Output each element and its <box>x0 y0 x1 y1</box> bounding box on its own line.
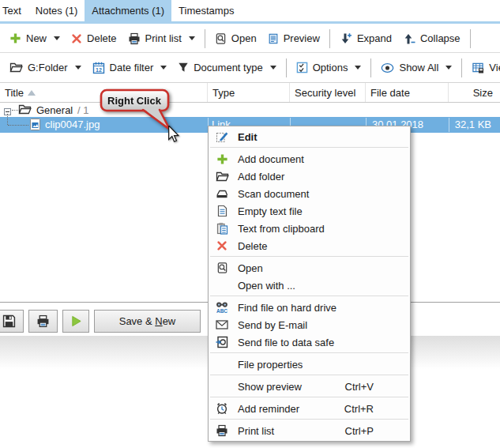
context-menu-item-send-by-e-mail[interactable]: Send by E-mail <box>209 316 410 333</box>
preview-button[interactable]: Preview <box>262 28 325 49</box>
toolbar-separator <box>205 29 205 48</box>
main-toolbar: NewDeletePrint listOpenPreviewExpandColl… <box>0 24 500 53</box>
printer-icon <box>128 32 141 45</box>
context-menu: EditAdd documentAdd folderScan documentE… <box>208 126 411 442</box>
dropdown-caret-icon[interactable] <box>54 36 60 40</box>
print-button[interactable] <box>28 310 58 333</box>
menu-separator <box>210 397 408 397</box>
open-button[interactable]: Open <box>209 28 262 49</box>
menu-item-label: Add document <box>238 153 304 165</box>
dropdown-caret-icon[interactable] <box>355 66 361 70</box>
button-label: Print list <box>145 32 182 44</box>
menu-separator <box>210 352 408 353</box>
new-button[interactable]: New <box>4 28 66 49</box>
view-button[interactable]: View <box>466 58 500 78</box>
column-header-label: Type <box>212 87 235 99</box>
context-menu-item-edit[interactable]: Edit <box>209 128 410 145</box>
dropdown-caret-icon[interactable] <box>189 36 195 40</box>
context-menu-item-show-preview[interactable]: Show previewCtrl+V <box>209 378 410 395</box>
context-menu-item-file-properties[interactable]: File properties <box>209 356 410 373</box>
mouse-cursor-icon <box>167 126 180 146</box>
menu-item-label: Show preview <box>238 381 302 393</box>
folder-open-icon <box>18 104 32 115</box>
document-type-button[interactable]: Document type <box>172 58 281 78</box>
image-file-icon <box>30 119 40 130</box>
alarm-clock-icon <box>212 402 231 415</box>
menu-separator <box>210 256 408 257</box>
context-menu-item-add-reminder[interactable]: Add reminderCtrl+R <box>209 400 410 417</box>
dropdown-caret-icon[interactable] <box>75 66 81 70</box>
dropdown-caret-icon[interactable] <box>160 66 167 70</box>
callout-text: Right Click <box>107 95 162 107</box>
delete-button[interactable]: Delete <box>66 28 122 49</box>
tab-text[interactable]: Text <box>0 0 28 21</box>
data-safe-icon <box>212 336 231 348</box>
calendar-icon: 12 <box>92 62 105 74</box>
tab-timestamps[interactable]: Timestamps <box>171 0 241 21</box>
column-header-size[interactable]: Size <box>449 83 500 102</box>
menu-item-label: Send by E-mail <box>238 319 307 331</box>
play-icon <box>70 315 82 327</box>
tab-label: Text <box>2 5 21 17</box>
toolbar-separator <box>329 29 330 48</box>
tab-notes-1[interactable]: Notes (1) <box>28 0 85 21</box>
binoculars-icon: ABC <box>212 301 231 314</box>
plus-icon <box>9 32 21 44</box>
save-and-new-label: Save & New <box>119 315 176 327</box>
context-menu-item-send-file-to-data-safe[interactable]: Send file to data safe <box>209 333 410 351</box>
dropdown-caret-icon[interactable] <box>445 66 452 70</box>
column-header-security-level[interactable]: Security level <box>290 83 366 102</box>
button-label: New <box>26 32 47 44</box>
dropdown-caret-icon[interactable] <box>270 66 276 70</box>
context-menu-item-open-with[interactable]: Open with ... <box>209 277 410 294</box>
context-menu-item-open[interactable]: Open <box>209 259 410 277</box>
context-menu-item-empty-text-file[interactable]: Empty text file <box>209 202 410 220</box>
plus-icon <box>212 153 231 165</box>
button-label: Document type <box>194 62 262 73</box>
context-menu-item-add-folder[interactable]: Add folder <box>209 168 410 185</box>
context-menu-item-scan-document[interactable]: Scan document <box>209 185 410 202</box>
expand-button[interactable]: Expand <box>334 28 397 49</box>
execute-button[interactable] <box>62 310 89 333</box>
menu-item-shortcut: Ctrl+V <box>345 381 374 393</box>
context-menu-item-print-list[interactable]: Print listCtrl+P <box>209 422 410 439</box>
print-list-button[interactable]: Print list <box>122 28 201 49</box>
tree-line <box>7 114 8 125</box>
svg-text:ABC: ABC <box>216 308 227 314</box>
tab-attachments-1[interactable]: Attachments (1) <box>85 0 171 21</box>
menu-item-shortcut: Ctrl+P <box>345 425 374 437</box>
column-header-file-date[interactable]: File date <box>366 83 449 102</box>
open-doc-icon <box>215 32 227 45</box>
g-folder-button[interactable]: G:Folder <box>4 58 87 78</box>
show-all-button[interactable]: Show All <box>375 58 457 78</box>
options-button[interactable]: Options <box>291 58 367 78</box>
scanner-icon <box>212 189 231 199</box>
button-label: Show All <box>399 62 438 73</box>
context-menu-item-delete[interactable]: Delete <box>209 237 410 254</box>
menu-separator <box>210 296 408 296</box>
date-filter-button[interactable]: 12Date filter <box>87 58 173 78</box>
funnel-icon <box>178 62 189 73</box>
context-menu-item-add-document[interactable]: Add document <box>209 150 410 168</box>
preview-doc-icon <box>268 32 279 45</box>
folder-row-label[interactable]: General <box>36 104 73 116</box>
tab-bar: TextNotes (1)Attachments (1)Timestamps <box>0 0 500 21</box>
collapse-button[interactable]: Collapse <box>397 28 466 49</box>
column-header-type[interactable]: Type <box>208 83 290 102</box>
sort-ascending-icon <box>28 90 36 96</box>
menu-item-label: Open <box>238 262 263 274</box>
menu-item-label: Text from clipboard <box>238 223 325 235</box>
context-menu-item-text-from-clipboard[interactable]: Text from clipboard <box>209 220 410 237</box>
toolbar-separator <box>286 58 287 77</box>
arrow-down-plus-icon <box>340 32 352 45</box>
context-menu-item-find-file-on-hard-drive[interactable]: ABCFind file on hard drive <box>209 299 410 316</box>
save-floppy-icon <box>2 314 16 328</box>
attachments-window: TextNotes (1)Attachments (1)Timestamps N… <box>0 0 500 448</box>
save-and-new-button[interactable]: Save & New <box>94 310 201 333</box>
folder-icon <box>9 62 23 73</box>
save-button[interactable] <box>0 310 24 333</box>
edit-icon <box>212 130 231 143</box>
folder-icon <box>212 171 231 183</box>
column-header-label: Title <box>5 87 24 99</box>
button-label: Open <box>231 32 257 44</box>
